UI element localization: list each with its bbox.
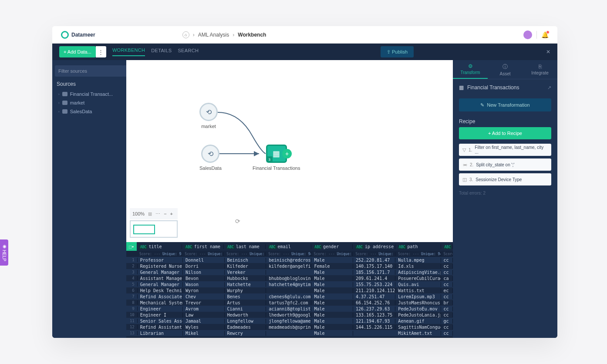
- data-grid[interactable]: ⬚▾ABCtitleABCfirst_nameABClast_nameABCem…: [126, 242, 453, 338]
- add-node-button[interactable]: +: [282, 149, 292, 158]
- table-row[interactable]: 7Refind AssociateChevBenescbenes6@lulu.c…: [126, 293, 453, 300]
- cell: ca: [441, 276, 453, 281]
- cell: 133.165.123.75: [353, 313, 395, 317]
- cell: Help Desk Technician: [138, 288, 183, 293]
- publish-button[interactable]: ⇪ Publish: [381, 46, 414, 57]
- cell: Male: [311, 325, 353, 330]
- node-market[interactable]: ⟲ market: [199, 103, 218, 129]
- cell: Nilson: [183, 270, 225, 275]
- home-icon[interactable]: ⌂: [182, 31, 189, 38]
- cell: cc: [441, 264, 453, 269]
- new-transformation-button[interactable]: ✎ New Transformation: [459, 98, 551, 111]
- cell: Engineer: [138, 307, 183, 311]
- column-header[interactable]: ABCemail: [266, 244, 311, 249]
- table-row[interactable]: 6Help Desk TechnicianWyronWurphyMale211.…: [126, 287, 453, 293]
- column-meta: Score: --- Unique: 94,802: [224, 252, 266, 256]
- cell: 185.156.171.7: [353, 270, 395, 275]
- table-row[interactable]: 10Engineer ILawHedworthlhedworth9@google…: [126, 312, 453, 318]
- node-salesdata[interactable]: ⟲ SalesData: [199, 145, 222, 171]
- notifications-icon[interactable]: 🔔: [541, 31, 549, 38]
- source-item[interactable]: ›SalesData: [55, 107, 124, 116]
- step-icon: ◫: [462, 177, 467, 182]
- filter-sources-input[interactable]: Filter sources: [55, 65, 124, 77]
- column-meta: Score: --- Unique: 94,802: [137, 252, 182, 256]
- step-number: 1.: [469, 148, 472, 152]
- row-number: 5: [126, 282, 138, 286]
- row-number: 6: [126, 288, 138, 293]
- tab-details[interactable]: DETAILS: [151, 48, 172, 56]
- right-tab-integrate[interactable]: ⎘Integrate: [523, 60, 557, 79]
- cell: Male: [311, 319, 353, 324]
- column-header[interactable]: ABCcc: [441, 244, 453, 249]
- table-row[interactable]: 2Registered NurseDorriKilfederkilfeder@a…: [126, 263, 453, 269]
- column-header[interactable]: ABCfirst_name: [182, 244, 224, 249]
- grid-menu-button[interactable]: ⬚▾: [126, 242, 137, 251]
- column-header[interactable]: ABClast_name: [224, 244, 266, 249]
- row-number: 12: [126, 325, 138, 329]
- cell: Male: [311, 258, 353, 263]
- table-row[interactable]: 9EngineerAvromCianniacianni8@toplist.czM…: [126, 306, 453, 312]
- source-item[interactable]: ›market: [55, 98, 124, 107]
- table-row[interactable]: 5General ManagerWasonHatchettehatchette4…: [126, 281, 453, 287]
- zoom-more-icon[interactable]: ⋯: [155, 211, 160, 217]
- node-label: SalesData: [199, 165, 222, 171]
- add-data-button[interactable]: + Add Data...: [59, 46, 96, 57]
- zoom-out-button[interactable]: −: [164, 211, 166, 216]
- row-number: 10: [126, 313, 138, 317]
- breadcrumb-project[interactable]: AML Analysis: [198, 32, 229, 38]
- cell: PosuereCubilCurae.ppt: [395, 276, 441, 281]
- tab-workbench[interactable]: WORKBENCH: [112, 47, 145, 56]
- close-icon[interactable]: ✕: [546, 49, 550, 55]
- avatar[interactable]: [523, 30, 532, 39]
- right-tab-transform[interactable]: ⚙Transform: [453, 60, 488, 79]
- zoom-panel: 100% ⊞ ⋯ − +: [130, 208, 178, 239]
- sync-icon[interactable]: ⟳: [235, 218, 240, 225]
- table-row[interactable]: 1ProfessorDonnellBeinischbeinisch@redcro…: [126, 257, 453, 263]
- cell: Male: [311, 313, 353, 317]
- step-number: 2.: [470, 162, 473, 167]
- column-header[interactable]: ABCip_addresse: [353, 244, 395, 249]
- cell: 140.175.17.140: [353, 264, 395, 269]
- right-tab-asset[interactable]: ⓘAsset: [488, 60, 523, 79]
- cell: cc: [441, 258, 453, 263]
- minimap[interactable]: [130, 220, 178, 238]
- source-item[interactable]: ›Financial Transact...: [55, 90, 124, 98]
- cell: Law: [183, 313, 225, 317]
- table-row[interactable]: 3General ManagerNilsonVerekerMale185.156…: [126, 269, 453, 275]
- cell: MikitAmet.txt: [395, 331, 441, 336]
- table-row[interactable]: 11Senior Sales AssociateJamaalLongfellow…: [126, 318, 453, 324]
- tab-search[interactable]: SEARCH: [178, 48, 199, 56]
- zoom-in-button[interactable]: +: [170, 211, 173, 216]
- recipe-step[interactable]: ◫3.Sessionize Device Type: [459, 173, 551, 185]
- dataset-icon: [62, 109, 67, 114]
- workflow-canvas[interactable]: ⟲ market ⟲ SalesData ▦3 Financial Transa…: [126, 60, 453, 242]
- recipe-step[interactable]: ⫘2.Split city_state on ';': [459, 158, 551, 171]
- table-row[interactable]: 4Assistant ManagerBevonHubbocksbhubbo@bl…: [126, 275, 453, 281]
- zoom-fit-icon[interactable]: ⊞: [148, 211, 152, 217]
- cell: Mikel: [183, 331, 225, 336]
- chevron-right-icon: ›: [58, 92, 60, 96]
- table-row[interactable]: 8Mechanical SystemsTrevorArtustartus7@fc…: [126, 300, 453, 306]
- table-row[interactable]: 13LibrarianMikelRewcryMaleMikitAmet.txtc…: [126, 330, 453, 336]
- cell: kilfeder@angelfire.com: [266, 264, 311, 269]
- node-financial-transactions[interactable]: ▦3 Financial Transactions: [253, 145, 300, 171]
- cell: Nulla.mpeg: [395, 258, 441, 263]
- cell: Wattis.txt: [395, 288, 441, 293]
- cell: Wyles: [183, 325, 225, 330]
- table-row[interactable]: 12Refind Assistant IIIWylesEadmeadesmead…: [126, 324, 453, 330]
- cell: Senior Sales Associate: [138, 319, 183, 324]
- cell: Hedworth: [225, 313, 266, 317]
- column-header[interactable]: ABCtitle: [137, 244, 182, 249]
- cell: Registered Nurse: [138, 264, 183, 269]
- cell: Jamaal: [183, 319, 225, 324]
- column-header[interactable]: ABCpath: [395, 244, 441, 249]
- add-data-more-button[interactable]: ⋮: [96, 46, 106, 57]
- main-toolbar: + Add Data... ⋮ WORKBENCH DETAILS SEARCH…: [52, 44, 557, 60]
- add-to-recipe-button[interactable]: + Add to Recipe: [459, 127, 551, 139]
- recipe-step[interactable]: ▽1.Filter on first_name, last_name, city…: [459, 144, 551, 156]
- column-header[interactable]: ABCgender: [311, 244, 353, 249]
- cell: hatchette4@nytimes.com: [266, 282, 311, 287]
- cell: AdipiscingVitae.pdf: [395, 270, 441, 275]
- open-asset-icon[interactable]: ↗: [547, 85, 551, 91]
- cell: Chev: [183, 294, 225, 299]
